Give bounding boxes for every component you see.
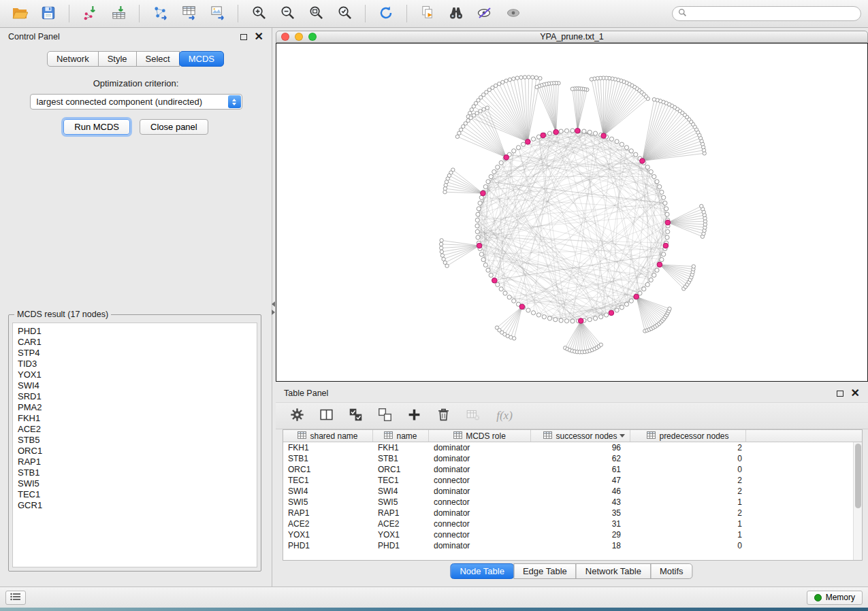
mcds-result-item[interactable]: YOX1 (13, 369, 257, 380)
tab-network-table[interactable]: Network Table (576, 563, 651, 579)
network-dominator-node[interactable] (665, 220, 671, 225)
graphics-details-button[interactable] (472, 3, 498, 24)
mcds-result-item[interactable]: PMA2 (13, 402, 257, 413)
network-node[interactable] (666, 229, 670, 233)
network-node[interactable] (485, 106, 489, 110)
show-columns-button[interactable] (317, 407, 335, 425)
network-node[interactable] (662, 252, 666, 257)
network-node[interactable] (642, 287, 646, 291)
network-node[interactable] (483, 263, 487, 267)
network-edge[interactable] (445, 246, 479, 263)
network-node[interactable] (504, 79, 508, 82)
table-cell[interactable]: RAP1 (283, 508, 373, 518)
table-cell[interactable] (746, 442, 853, 453)
network-node[interactable] (624, 146, 628, 150)
memory-button[interactable]: Memory (807, 591, 863, 605)
zoom-selected-button[interactable] (332, 3, 357, 24)
table-cell[interactable]: 35 (531, 508, 630, 518)
network-node[interactable] (481, 258, 485, 262)
network-node[interactable] (498, 82, 501, 86)
network-node[interactable] (660, 258, 664, 262)
mcds-result-item[interactable]: STP4 (13, 348, 257, 359)
table-cell[interactable] (746, 529, 853, 540)
network-edge[interactable] (592, 80, 604, 136)
network-node[interactable] (486, 268, 490, 272)
table-settings-button[interactable] (288, 407, 306, 425)
network-node[interactable] (547, 131, 551, 135)
table-row[interactable]: SWI5SWI5connector431 (283, 497, 853, 508)
network-node[interactable] (605, 313, 609, 317)
network-edge[interactable] (581, 321, 597, 348)
window-close-light[interactable] (281, 33, 289, 41)
network-node[interactable] (523, 76, 526, 79)
network-node[interactable] (662, 195, 666, 199)
network-node[interactable] (508, 78, 511, 81)
find-network-button[interactable] (443, 3, 469, 24)
network-node[interactable] (564, 129, 568, 133)
mcds-result-item[interactable]: ORC1 (13, 446, 257, 457)
table-cell[interactable]: SWI4 (373, 486, 429, 497)
table-cell[interactable]: ACE2 (373, 518, 429, 529)
network-node[interactable] (499, 161, 503, 165)
network-node[interactable] (483, 184, 487, 188)
table-row[interactable]: STB1STB1dominator620 (283, 453, 853, 464)
network-edge[interactable] (660, 265, 692, 278)
network-node[interactable] (489, 175, 493, 179)
network-node[interactable] (536, 313, 541, 317)
mcds-result-list[interactable]: PHD1CAR1STP4TID3YOX1SWI4SRD1PMA2FKH1ACE2… (12, 323, 257, 567)
optimization-criterion-select[interactable]: largest connected component (undirected) (30, 94, 242, 110)
table-cell[interactable] (746, 518, 853, 529)
network-node[interactable] (593, 316, 597, 320)
network-edge[interactable] (565, 321, 581, 348)
zoom-out-button[interactable] (274, 3, 300, 24)
table-row[interactable]: RAP1RAP1dominator352 (283, 508, 853, 518)
window-zoom-light[interactable] (308, 33, 317, 41)
network-edge[interactable] (466, 123, 507, 157)
export-network-button[interactable] (147, 3, 173, 24)
network-edge[interactable] (598, 78, 604, 136)
table-cell[interactable] (746, 475, 853, 486)
table-cell[interactable]: SWI4 (283, 486, 373, 497)
table-cell[interactable]: 29 (531, 529, 630, 540)
network-edge[interactable] (617, 226, 668, 310)
network-dominator-node[interactable] (609, 310, 614, 316)
mcds-result-item[interactable]: SWI5 (13, 478, 257, 489)
network-edge[interactable] (477, 113, 507, 157)
table-cell[interactable]: dominator (429, 486, 531, 497)
table-cell[interactable]: 47 (531, 475, 630, 486)
network-node[interactable] (462, 125, 465, 128)
import-table-button[interactable] (106, 3, 131, 24)
tab-select[interactable]: Select (136, 51, 180, 67)
table-row[interactable]: PHD1PHD1dominator180 (283, 540, 853, 551)
network-node[interactable] (512, 77, 515, 80)
network-node[interactable] (588, 318, 592, 322)
network-node[interactable] (439, 242, 443, 246)
network-node[interactable] (476, 212, 480, 216)
network-dominator-node[interactable] (663, 243, 669, 248)
network-dominator-node[interactable] (657, 262, 662, 267)
network-edge[interactable] (604, 90, 640, 136)
network-edge[interactable] (474, 116, 507, 158)
sort-descending-icon[interactable] (620, 434, 625, 437)
network-node[interactable] (444, 184, 447, 187)
network-node[interactable] (599, 343, 602, 346)
table-row[interactable]: TEC1TEC1connector472 (283, 475, 853, 486)
mcds-result-item[interactable]: STB1 (13, 467, 257, 478)
mcds-result-item[interactable]: FKH1 (13, 413, 257, 424)
network-node[interactable] (459, 128, 462, 131)
network-node[interactable] (499, 287, 503, 291)
toolbar-search-input[interactable] (690, 9, 855, 18)
table-cell[interactable]: PHD1 (373, 540, 429, 551)
network-edge[interactable] (471, 118, 507, 157)
tab-network[interactable]: Network (47, 51, 99, 67)
tab-node-table[interactable]: Node Table (450, 563, 514, 579)
tab-edge-table[interactable]: Edge Table (513, 563, 577, 579)
table-cell[interactable]: 1 (630, 518, 746, 529)
network-node[interactable] (475, 224, 479, 228)
network-node[interactable] (655, 268, 659, 272)
network-node[interactable] (665, 212, 669, 216)
table-scrollbar[interactable] (853, 442, 862, 560)
network-node[interactable] (526, 308, 530, 312)
network-node[interactable] (570, 87, 574, 90)
network-edge[interactable] (556, 83, 559, 132)
